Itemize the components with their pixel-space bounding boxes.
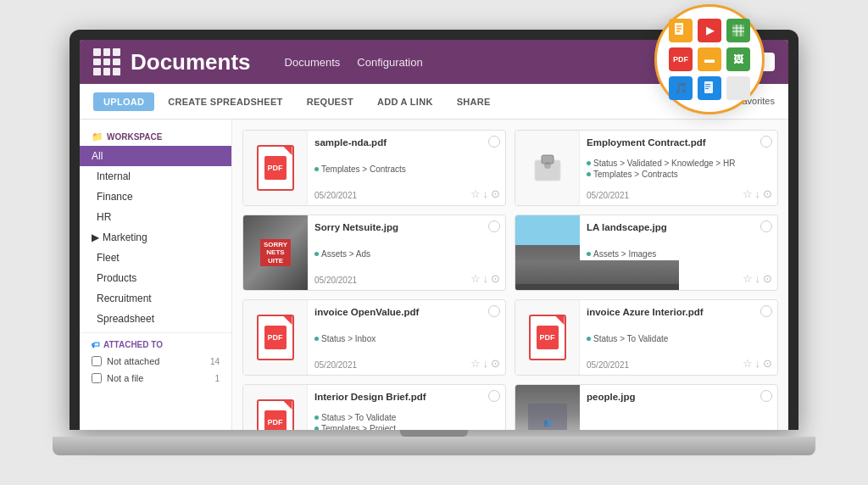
download-icon-la[interactable]: ↓ <box>755 272 761 285</box>
sidebar-item-recruitment[interactable]: Recruitment <box>80 288 231 309</box>
doc-select-employment[interactable] <box>760 136 772 148</box>
icon-bubble: ▶ PDF ▬ 🖼 🎵 <box>654 4 765 114</box>
doc-actions-employment: ☆ ↓ ⊙ <box>743 187 773 200</box>
sheet-doc-icon <box>726 19 750 42</box>
doc-actions-invoice-open: ☆ ↓ ⊙ <box>470 357 501 370</box>
filter-not-a-file[interactable]: Not a file 1 <box>80 370 231 387</box>
grid-menu-icon[interactable] <box>93 48 120 75</box>
doc-thumb-employment <box>515 131 580 205</box>
doc-actions-invoice-azure: ☆ ↓ ⊙ <box>743 357 773 370</box>
like-icon[interactable]: ☆ <box>470 187 481 200</box>
svg-rect-11 <box>705 86 710 87</box>
svg-rect-1 <box>676 25 682 27</box>
sidebar-item-fleet[interactable]: Fleet <box>80 248 231 268</box>
doc-body-people: people.jpg 05/20/2021 <box>580 385 777 430</box>
create-spreadsheet-button[interactable]: CREATE SPREADSHEET <box>158 92 292 111</box>
sidebar-item-internal[interactable]: Internal <box>80 166 231 187</box>
doc-title-interior: Interior Design Brief.pdf <box>314 392 498 402</box>
doc-select-nda[interactable] <box>488 136 500 148</box>
folder-icon: 📁 <box>92 131 103 142</box>
doc-thumb-nda: PDF <box>243 131 308 205</box>
add-link-button[interactable]: ADD A LINK <box>367 92 443 111</box>
svg-point-15 <box>544 162 551 169</box>
download-icon-ia[interactable]: ↓ <box>755 357 761 370</box>
tag-icon: 🏷 <box>92 340 100 349</box>
empty-icon <box>726 76 750 100</box>
more-icon-io[interactable]: ⊙ <box>491 357 500 370</box>
doc-card-la[interactable]: LA landscape.jpg Assets > Images 05/20/2… <box>515 215 778 291</box>
doc-thumb-invoice-azure: PDF <box>515 300 580 375</box>
doc-title-invoice-open: invoice OpenValue.pdf <box>314 307 498 317</box>
like-icon-net[interactable]: ☆ <box>470 272 481 285</box>
attached-to-section: 🏷 ATTACHED TO <box>80 332 231 353</box>
main-layout: 📁 WORKSPACE All Internal Finance HR ▶ Ma… <box>80 120 788 430</box>
request-button[interactable]: REQUEST <box>297 92 364 111</box>
doc-card-netsuite[interactable]: SORRYNETSUITE Sorry Netsuite.jpg Assets … <box>242 215 506 291</box>
app-nav: Documents Configuration <box>285 56 423 69</box>
not-a-file-checkbox[interactable] <box>92 373 102 383</box>
doc-title-employment: Employment Contract.pdf <box>587 137 771 148</box>
like-icon-emp[interactable]: ☆ <box>743 187 753 200</box>
doc-body-interior: Interior Design Brief.pdf Status > To Va… <box>308 385 505 430</box>
gdoc-icon <box>698 76 721 100</box>
doc-card-invoice-azure[interactable]: PDF invoice Azure Interior.pdf Status > … <box>515 299 778 376</box>
download-icon[interactable]: ↓ <box>483 187 489 200</box>
svg-rect-2 <box>676 28 682 30</box>
sidebar-item-marketing[interactable]: ▶ Marketing <box>80 227 231 248</box>
download-icon-net[interactable]: ↓ <box>483 272 489 285</box>
doc-title-la: LA landscape.jpg <box>587 222 771 232</box>
sidebar: 📁 WORKSPACE All Internal Finance HR ▶ Ma… <box>80 120 232 430</box>
nav-documents[interactable]: Documents <box>285 56 341 69</box>
svg-rect-12 <box>705 88 709 89</box>
sidebar-item-products[interactable]: Products <box>80 268 231 288</box>
doc-select-netsuite[interactable] <box>488 220 500 232</box>
content-area: PDF sample-nda.pdf Templates > Contracts… <box>232 120 788 430</box>
nav-configuration[interactable]: Configuration <box>357 56 422 69</box>
doc-actions-la: ☆ ↓ ⊙ <box>743 272 773 285</box>
laptop-wrapper: ▶ PDF ▬ 🖼 🎵 Documents <box>53 30 815 455</box>
doc-card-employment[interactable]: Employment Contract.pdf Status > Validat… <box>515 130 778 206</box>
share-button[interactable]: SHARE <box>447 92 501 111</box>
video-doc-icon: ▶ <box>698 19 721 42</box>
sidebar-item-spreadsheet[interactable]: Spreadsheet <box>80 309 231 329</box>
like-icon-ia[interactable]: ☆ <box>743 357 753 370</box>
doc-card-people[interactable]: 👥 people.jpg 05/20/2021 ☆ <box>515 384 778 430</box>
more-icon-ia[interactable]: ⊙ <box>763 357 772 370</box>
more-icon-net[interactable]: ⊙ <box>491 272 500 285</box>
like-icon-la[interactable]: ☆ <box>743 272 753 285</box>
doc-select-invoice-open[interactable] <box>488 305 500 317</box>
doc-title-people: people.jpg <box>587 392 771 402</box>
more-icon[interactable]: ⊙ <box>491 187 500 200</box>
doc-thumb-people: 👥 <box>515 385 580 430</box>
doc-title-nda: sample-nda.pdf <box>314 137 498 148</box>
doc-card-invoice-open[interactable]: PDF invoice OpenValue.pdf Status > Inbox… <box>242 299 506 376</box>
laptop-notch <box>400 430 468 437</box>
upload-button[interactable]: UPLOAD <box>93 92 154 111</box>
doc-thumb-interior: PDF <box>243 385 308 430</box>
doc-select-interior[interactable] <box>488 390 500 402</box>
more-icon-emp[interactable]: ⊙ <box>763 187 772 200</box>
sidebar-item-all[interactable]: All <box>80 146 231 166</box>
pdf-doc-icon: PDF <box>669 47 693 71</box>
download-icon-io[interactable]: ↓ <box>483 357 489 370</box>
doc-actions-netsuite: ☆ ↓ ⊙ <box>470 272 501 285</box>
doc-actions-nda: ☆ ↓ ⊙ <box>470 187 501 200</box>
doc-select-people[interactable] <box>760 390 772 402</box>
sidebar-item-hr[interactable]: HR <box>80 207 231 227</box>
doc-card-nda[interactable]: PDF sample-nda.pdf Templates > Contracts… <box>242 130 506 206</box>
not-attached-checkbox[interactable] <box>92 356 102 366</box>
filter-not-attached[interactable]: Not attached 14 <box>80 353 231 370</box>
more-icon-la[interactable]: ⊙ <box>763 272 772 285</box>
download-icon-emp[interactable]: ↓ <box>755 187 761 200</box>
doc-select-la[interactable] <box>760 220 772 232</box>
app-title: Documents <box>131 49 251 75</box>
audio-doc-icon: 🎵 <box>669 76 693 100</box>
sidebar-workspace-label: 📁 WORKSPACE <box>80 128 231 146</box>
doc-grid: PDF sample-nda.pdf Templates > Contracts… <box>242 130 778 430</box>
like-icon-io[interactable]: ☆ <box>470 357 481 370</box>
doc-card-interior[interactable]: PDF Interior Design Brief.pdf Status > T… <box>242 384 506 430</box>
doc-select-invoice-azure[interactable] <box>760 305 772 317</box>
sidebar-item-finance[interactable]: Finance <box>80 187 231 207</box>
image-doc-icon: 🖼 <box>726 47 750 71</box>
doc-thumb-netsuite: SORRYNETSUITE <box>243 215 308 290</box>
